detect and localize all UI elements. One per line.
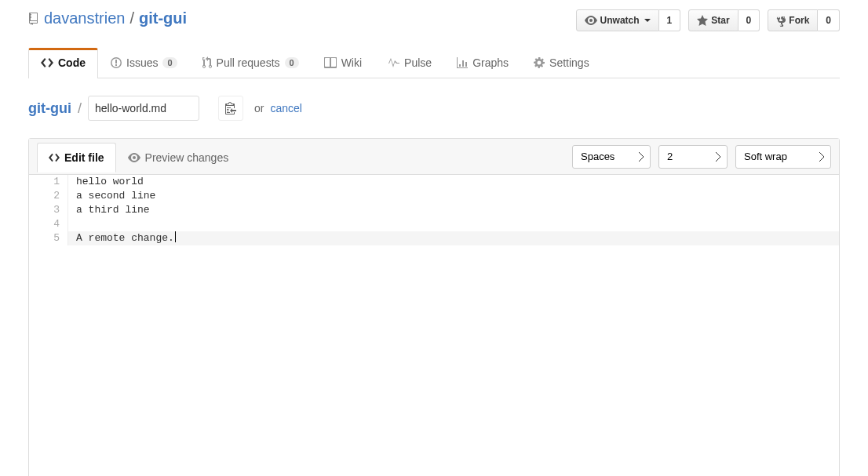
edit-file-tab[interactable]: Edit file (37, 143, 116, 173)
tab-settings[interactable]: Settings (521, 48, 602, 78)
editor-frame: Edit file Preview changes Spaces 2 (28, 138, 840, 476)
editor-tabs: Edit file Preview changes Spaces 2 (29, 139, 839, 175)
file-path-row: git-gui / or cancel (28, 96, 840, 121)
editor-toolbar: Spaces 2 Soft wrap (572, 145, 831, 169)
star-button[interactable]: Star (688, 9, 738, 31)
line-number: 1 (29, 175, 68, 189)
wrap-mode-select[interactable]: Soft wrap (735, 145, 831, 169)
code-line[interactable]: 3a third line (29, 203, 839, 217)
pulse-icon (387, 58, 399, 67)
line-content[interactable]: hello world (68, 175, 839, 189)
star-count[interactable]: 0 (739, 9, 760, 31)
clipboard-icon (225, 102, 236, 114)
code-icon (41, 58, 53, 67)
fork-label: Fork (789, 15, 809, 26)
cancel-link[interactable]: cancel (270, 102, 301, 114)
line-content[interactable]: a third line (68, 203, 839, 217)
issue-icon (111, 57, 122, 68)
repo-separator: / (129, 9, 134, 27)
issues-count: 0 (162, 57, 177, 68)
breadcrumb-separator: / (78, 100, 82, 117)
text-cursor (175, 231, 176, 242)
code-line[interactable]: 1hello world (29, 175, 839, 189)
book-icon (324, 57, 337, 68)
repo-actions: Unwatch 1 Star 0 Fork 0 (576, 9, 840, 31)
line-content[interactable]: a second line (68, 189, 839, 203)
pull-request-icon (202, 56, 212, 69)
indent-mode-select[interactable]: Spaces (572, 145, 651, 169)
tab-wiki[interactable]: Wiki (312, 48, 374, 78)
tab-graphs-label: Graphs (472, 56, 509, 69)
preview-changes-tab[interactable]: Preview changes (116, 143, 241, 173)
line-content[interactable]: A remote change. (68, 231, 839, 245)
line-number: 4 (29, 217, 68, 231)
copy-path-button[interactable] (218, 96, 243, 121)
preview-changes-label: Preview changes (145, 151, 229, 164)
tab-pull-requests[interactable]: Pull requests 0 (190, 48, 312, 78)
fork-button[interactable]: Fork (768, 9, 818, 31)
line-number: 5 (29, 231, 68, 245)
unwatch-label: Unwatch (600, 15, 640, 26)
code-icon (49, 153, 60, 162)
code-line[interactable]: 5A remote change. (29, 231, 839, 245)
line-number: 3 (29, 203, 68, 217)
gear-icon (534, 57, 545, 68)
edit-file-label: Edit file (64, 151, 104, 164)
tab-settings-label: Settings (549, 56, 589, 69)
caret-down-icon (644, 19, 651, 22)
code-editor[interactable]: 1hello world2a second line3a third line4… (29, 175, 839, 476)
tab-wiki-label: Wiki (341, 56, 362, 69)
fork-icon (776, 14, 786, 27)
tab-pulse[interactable]: Pulse (374, 48, 444, 78)
graph-icon (457, 57, 468, 68)
repo-title: davanstrien / git-gui (28, 9, 187, 27)
eye-icon (585, 16, 597, 25)
tab-prs-label: Pull requests (217, 56, 280, 69)
star-icon (697, 15, 708, 26)
or-text: or (254, 102, 264, 114)
fork-count[interactable]: 0 (818, 9, 840, 31)
breadcrumb-root[interactable]: git-gui (28, 100, 71, 117)
tab-graphs[interactable]: Graphs (444, 48, 521, 78)
tab-issues[interactable]: Issues 0 (98, 48, 190, 78)
star-label: Star (711, 15, 729, 26)
code-line[interactable]: 2a second line (29, 189, 839, 203)
owner-link[interactable]: davanstrien (44, 9, 125, 27)
tab-pulse-label: Pulse (404, 56, 432, 69)
watch-count[interactable]: 1 (659, 9, 681, 31)
tab-code[interactable]: Code (28, 48, 98, 78)
prs-count: 0 (285, 57, 299, 68)
tab-issues-label: Issues (126, 56, 158, 69)
eye-icon (128, 153, 140, 162)
code-line[interactable]: 4 (29, 217, 839, 231)
repo-icon (28, 13, 41, 25)
line-content[interactable] (68, 217, 839, 231)
tab-code-label: Code (58, 56, 86, 69)
unwatch-button[interactable]: Unwatch (576, 9, 659, 31)
indent-size-select[interactable]: 2 (658, 145, 728, 169)
repo-link[interactable]: git-gui (139, 9, 187, 27)
filename-input[interactable] (88, 96, 199, 121)
line-number: 2 (29, 189, 68, 203)
repo-nav: Code Issues 0 Pull requests 0 Wiki Pulse… (28, 47, 840, 78)
